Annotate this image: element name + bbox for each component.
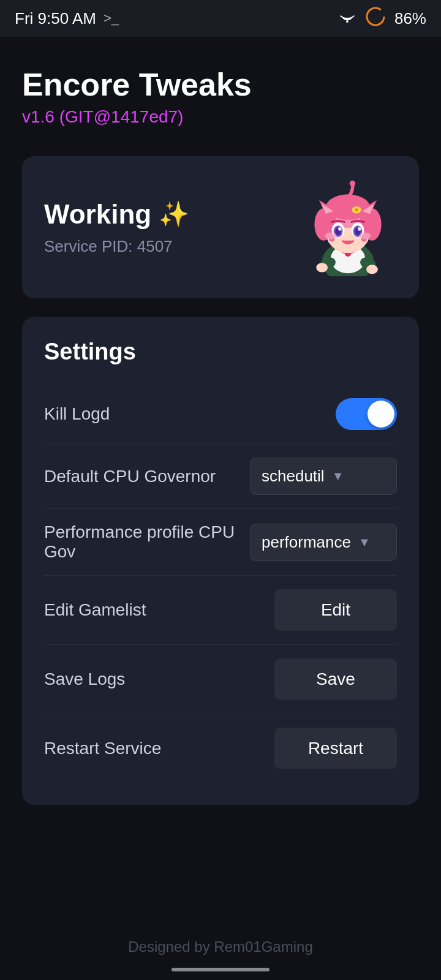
performance-profile-row: Performance profile CPU Gov performance … <box>44 509 397 576</box>
kill-logd-row: Kill Logd <box>44 385 397 444</box>
battery-percent: 86% <box>394 9 426 28</box>
footer: Designed by Rem01Gaming <box>0 938 441 956</box>
chevron-down-icon: ▼ <box>332 469 385 483</box>
svg-point-0 <box>367 8 384 25</box>
app-title: Encore Tweaks <box>22 67 419 102</box>
toggle-thumb <box>368 401 394 428</box>
time-display: Fri 9:50 AM <box>15 9 96 28</box>
chevron-down-icon-2: ▼ <box>358 535 385 549</box>
status-right: 86% <box>338 6 426 31</box>
svg-point-26 <box>360 233 371 239</box>
app-version: v1.6 (GIT@1417ed7) <box>22 107 419 127</box>
edit-gamelist-row: Edit Gamelist Edit <box>44 576 397 645</box>
restart-service-row: Restart Service Restart <box>44 714 397 783</box>
svg-point-25 <box>325 233 336 239</box>
character-illustration <box>299 178 397 276</box>
status-title: Working ✨ <box>44 199 299 230</box>
save-logs-button[interactable]: Save <box>274 658 397 700</box>
main-content: Encore Tweaks v1.6 (GIT@1417ed7) Working… <box>0 37 441 872</box>
status-text-area: Working ✨ Service PID: 4507 <box>44 199 299 256</box>
home-indicator <box>172 968 270 971</box>
performance-profile-select[interactable]: performance ▼ <box>250 524 397 561</box>
working-label: Working <box>44 199 151 230</box>
battery-icon <box>365 6 386 31</box>
svg-point-24 <box>358 227 361 231</box>
edit-gamelist-label: Edit Gamelist <box>44 600 146 620</box>
svg-point-7 <box>366 265 378 274</box>
kill-logd-toggle[interactable] <box>336 398 397 430</box>
edit-gamelist-button[interactable]: Edit <box>274 589 397 631</box>
status-bar: Fri 9:50 AM >_ 86% <box>0 0 441 37</box>
status-card: Working ✨ Service PID: 4507 <box>22 156 419 298</box>
restart-service-button[interactable]: Restart <box>274 728 397 769</box>
toggle-track <box>336 398 397 430</box>
settings-card: Settings Kill Logd Default CPU Governor … <box>22 317 419 805</box>
svg-point-6 <box>316 263 328 273</box>
svg-point-16 <box>355 208 358 212</box>
default-cpu-governor-label: Default CPU Governor <box>44 467 216 486</box>
restart-service-label: Restart Service <box>44 739 161 758</box>
sparkle-icon: ✨ <box>159 200 189 228</box>
wifi-icon <box>338 9 356 28</box>
footer-text: Designed by Rem01Gaming <box>128 938 313 955</box>
save-logs-row: Save Logs Save <box>44 645 397 714</box>
save-logs-label: Save Logs <box>44 669 125 689</box>
performance-profile-value: performance <box>262 533 351 552</box>
svg-point-14 <box>350 181 355 186</box>
default-cpu-governor-row: Default CPU Governor schedutil ▼ <box>44 444 397 509</box>
default-cpu-governor-value: schedutil <box>262 467 325 486</box>
performance-profile-label: Performance profile CPU Gov <box>44 522 250 562</box>
service-pid: Service PID: 4507 <box>44 237 299 256</box>
svg-point-23 <box>338 227 342 231</box>
default-cpu-governor-select[interactable]: schedutil ▼ <box>250 458 397 495</box>
kill-logd-label: Kill Logd <box>44 404 110 424</box>
terminal-icon: >_ <box>104 10 119 26</box>
settings-title: Settings <box>44 339 397 365</box>
status-left: Fri 9:50 AM >_ <box>15 9 119 28</box>
